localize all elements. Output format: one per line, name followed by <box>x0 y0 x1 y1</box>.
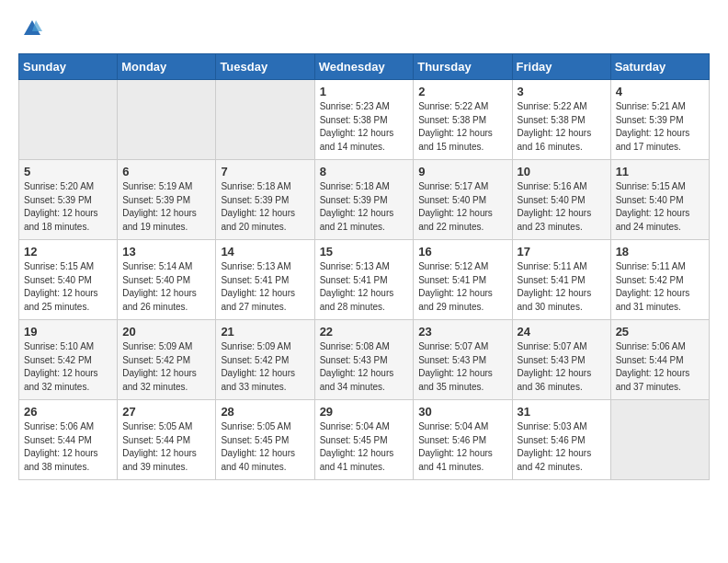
col-header-monday: Monday <box>118 54 216 80</box>
calendar-day-12: 12Sunrise: 5:15 AM Sunset: 5:40 PM Dayli… <box>19 240 118 320</box>
calendar-week-3: 12Sunrise: 5:15 AM Sunset: 5:40 PM Dayli… <box>19 240 710 320</box>
empty-cell <box>19 80 118 160</box>
day-number: 18 <box>616 245 704 259</box>
calendar-day-1: 1Sunrise: 5:23 AM Sunset: 5:38 PM Daylig… <box>314 80 414 160</box>
day-number: 27 <box>122 405 210 419</box>
day-number: 26 <box>24 405 112 419</box>
day-info: Sunrise: 5:04 AM Sunset: 5:45 PM Dayligh… <box>320 420 409 474</box>
calendar-header-row: SundayMondayTuesdayWednesdayThursdayFrid… <box>19 54 710 80</box>
day-number: 28 <box>221 405 309 419</box>
day-info: Sunrise: 5:18 AM Sunset: 5:39 PM Dayligh… <box>221 180 309 234</box>
calendar-day-16: 16Sunrise: 5:12 AM Sunset: 5:41 PM Dayli… <box>414 240 512 320</box>
day-number: 11 <box>616 165 704 178</box>
day-number: 7 <box>221 165 309 178</box>
calendar-day-3: 3Sunrise: 5:22 AM Sunset: 5:38 PM Daylig… <box>512 80 610 160</box>
day-number: 15 <box>320 245 409 259</box>
day-number: 12 <box>24 245 112 259</box>
calendar-week-4: 19Sunrise: 5:10 AM Sunset: 5:42 PM Dayli… <box>19 320 710 400</box>
day-info: Sunrise: 5:21 AM Sunset: 5:39 PM Dayligh… <box>616 100 704 154</box>
empty-cell <box>216 80 314 160</box>
calendar-day-6: 6Sunrise: 5:19 AM Sunset: 5:39 PM Daylig… <box>118 160 216 240</box>
col-header-wednesday: Wednesday <box>314 54 414 80</box>
day-number: 22 <box>320 325 409 339</box>
day-number: 13 <box>122 245 210 259</box>
calendar-day-9: 9Sunrise: 5:17 AM Sunset: 5:40 PM Daylig… <box>414 160 512 240</box>
day-number: 9 <box>418 165 506 178</box>
day-info: Sunrise: 5:15 AM Sunset: 5:40 PM Dayligh… <box>24 260 112 314</box>
day-number: 5 <box>24 165 112 178</box>
col-header-saturday: Saturday <box>610 54 709 80</box>
day-number: 30 <box>418 405 506 419</box>
col-header-tuesday: Tuesday <box>216 54 314 80</box>
calendar-day-29: 29Sunrise: 5:04 AM Sunset: 5:45 PM Dayli… <box>314 400 414 480</box>
calendar-week-5: 26Sunrise: 5:06 AM Sunset: 5:44 PM Dayli… <box>19 400 710 480</box>
day-number: 19 <box>24 325 112 339</box>
calendar-day-18: 18Sunrise: 5:11 AM Sunset: 5:42 PM Dayli… <box>610 240 709 320</box>
day-info: Sunrise: 5:05 AM Sunset: 5:45 PM Dayligh… <box>221 420 309 474</box>
day-info: Sunrise: 5:12 AM Sunset: 5:41 PM Dayligh… <box>418 260 506 314</box>
day-info: Sunrise: 5:15 AM Sunset: 5:40 PM Dayligh… <box>616 180 704 234</box>
day-number: 1 <box>320 85 409 98</box>
day-info: Sunrise: 5:06 AM Sunset: 5:44 PM Dayligh… <box>24 420 112 474</box>
day-info: Sunrise: 5:03 AM Sunset: 5:46 PM Dayligh… <box>518 420 606 474</box>
calendar-day-30: 30Sunrise: 5:04 AM Sunset: 5:46 PM Dayli… <box>414 400 512 480</box>
day-number: 29 <box>320 405 409 419</box>
calendar-week-1: 1Sunrise: 5:23 AM Sunset: 5:38 PM Daylig… <box>19 80 710 160</box>
day-number: 21 <box>221 325 309 339</box>
day-number: 4 <box>616 85 704 98</box>
calendar-day-11: 11Sunrise: 5:15 AM Sunset: 5:40 PM Dayli… <box>610 160 709 240</box>
day-info: Sunrise: 5:22 AM Sunset: 5:38 PM Dayligh… <box>518 100 606 154</box>
day-number: 2 <box>418 85 506 98</box>
calendar-day-14: 14Sunrise: 5:13 AM Sunset: 5:41 PM Dayli… <box>216 240 314 320</box>
day-info: Sunrise: 5:16 AM Sunset: 5:40 PM Dayligh… <box>518 180 606 234</box>
calendar-table: SundayMondayTuesdayWednesdayThursdayFrid… <box>18 53 710 480</box>
calendar-day-24: 24Sunrise: 5:07 AM Sunset: 5:43 PM Dayli… <box>512 320 610 400</box>
calendar-day-27: 27Sunrise: 5:05 AM Sunset: 5:44 PM Dayli… <box>118 400 216 480</box>
day-number: 31 <box>518 405 606 419</box>
day-info: Sunrise: 5:06 AM Sunset: 5:44 PM Dayligh… <box>616 340 704 394</box>
logo-icon <box>22 18 42 39</box>
calendar-day-5: 5Sunrise: 5:20 AM Sunset: 5:39 PM Daylig… <box>19 160 118 240</box>
day-info: Sunrise: 5:04 AM Sunset: 5:46 PM Dayligh… <box>418 420 506 474</box>
day-info: Sunrise: 5:09 AM Sunset: 5:42 PM Dayligh… <box>122 340 210 394</box>
calendar-day-10: 10Sunrise: 5:16 AM Sunset: 5:40 PM Dayli… <box>512 160 610 240</box>
day-info: Sunrise: 5:18 AM Sunset: 5:39 PM Dayligh… <box>320 180 409 234</box>
day-number: 17 <box>518 245 606 259</box>
calendar-day-31: 31Sunrise: 5:03 AM Sunset: 5:46 PM Dayli… <box>512 400 610 480</box>
calendar-day-26: 26Sunrise: 5:06 AM Sunset: 5:44 PM Dayli… <box>19 400 118 480</box>
calendar-day-25: 25Sunrise: 5:06 AM Sunset: 5:44 PM Dayli… <box>610 320 709 400</box>
day-info: Sunrise: 5:14 AM Sunset: 5:40 PM Dayligh… <box>122 260 210 314</box>
day-info: Sunrise: 5:05 AM Sunset: 5:44 PM Dayligh… <box>122 420 210 474</box>
day-number: 20 <box>122 325 210 339</box>
day-info: Sunrise: 5:23 AM Sunset: 5:38 PM Dayligh… <box>320 100 409 154</box>
col-header-thursday: Thursday <box>414 54 512 80</box>
day-info: Sunrise: 5:22 AM Sunset: 5:38 PM Dayligh… <box>418 100 506 154</box>
calendar-day-22: 22Sunrise: 5:08 AM Sunset: 5:43 PM Dayli… <box>314 320 414 400</box>
col-header-friday: Friday <box>512 54 610 80</box>
day-info: Sunrise: 5:13 AM Sunset: 5:41 PM Dayligh… <box>320 260 409 314</box>
day-number: 24 <box>518 325 606 339</box>
day-info: Sunrise: 5:09 AM Sunset: 5:42 PM Dayligh… <box>221 340 309 394</box>
calendar-day-20: 20Sunrise: 5:09 AM Sunset: 5:42 PM Dayli… <box>118 320 216 400</box>
empty-cell <box>118 80 216 160</box>
col-header-sunday: Sunday <box>19 54 118 80</box>
page-header <box>18 18 710 39</box>
day-info: Sunrise: 5:11 AM Sunset: 5:41 PM Dayligh… <box>518 260 606 314</box>
day-number: 3 <box>518 85 606 98</box>
day-info: Sunrise: 5:17 AM Sunset: 5:40 PM Dayligh… <box>418 180 506 234</box>
logo <box>18 18 42 39</box>
day-info: Sunrise: 5:19 AM Sunset: 5:39 PM Dayligh… <box>122 180 210 234</box>
day-info: Sunrise: 5:13 AM Sunset: 5:41 PM Dayligh… <box>221 260 309 314</box>
day-info: Sunrise: 5:08 AM Sunset: 5:43 PM Dayligh… <box>320 340 409 394</box>
day-number: 10 <box>518 165 606 178</box>
calendar-day-4: 4Sunrise: 5:21 AM Sunset: 5:39 PM Daylig… <box>610 80 709 160</box>
calendar-day-13: 13Sunrise: 5:14 AM Sunset: 5:40 PM Dayli… <box>118 240 216 320</box>
day-number: 16 <box>418 245 506 259</box>
day-info: Sunrise: 5:07 AM Sunset: 5:43 PM Dayligh… <box>418 340 506 394</box>
day-info: Sunrise: 5:07 AM Sunset: 5:43 PM Dayligh… <box>518 340 606 394</box>
calendar-day-28: 28Sunrise: 5:05 AM Sunset: 5:45 PM Dayli… <box>216 400 314 480</box>
calendar-day-17: 17Sunrise: 5:11 AM Sunset: 5:41 PM Dayli… <box>512 240 610 320</box>
day-number: 6 <box>122 165 210 178</box>
calendar-day-23: 23Sunrise: 5:07 AM Sunset: 5:43 PM Dayli… <box>414 320 512 400</box>
day-info: Sunrise: 5:10 AM Sunset: 5:42 PM Dayligh… <box>24 340 112 394</box>
